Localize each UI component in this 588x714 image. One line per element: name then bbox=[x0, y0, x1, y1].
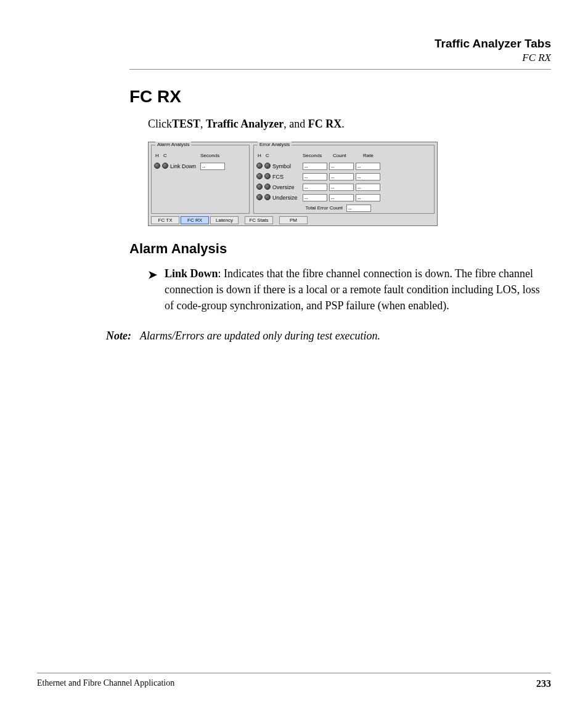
intro-paragraph: ClickTEST, Traffic Analyzer, and FC RX. bbox=[148, 118, 551, 131]
header-subtitle: FC RX bbox=[129, 52, 551, 64]
note-row: Note: Alarms/Errors are updated only dur… bbox=[106, 330, 551, 343]
error-rate-value: -- bbox=[356, 173, 380, 181]
bullet-lead: Link Down bbox=[165, 267, 218, 280]
led-icon bbox=[264, 184, 271, 190]
header-title: Traffic Analyzer Tabs bbox=[129, 37, 551, 51]
error-rate-value: -- bbox=[356, 194, 380, 201]
led-icon bbox=[256, 163, 263, 169]
led-icon bbox=[264, 194, 271, 200]
led-icon bbox=[256, 194, 263, 200]
error-head-seconds: Seconds bbox=[303, 153, 331, 158]
error-legend: Error Analysis bbox=[258, 142, 292, 147]
bullet-arrow-icon: ➤ bbox=[148, 266, 165, 314]
error-head-rate: Rate bbox=[363, 153, 391, 158]
led-icon bbox=[264, 163, 271, 169]
alarm-head-c: C bbox=[162, 153, 168, 158]
error-head-c: C bbox=[264, 153, 271, 158]
intro-fc-rx: FC RX bbox=[308, 118, 342, 130]
page-header: Traffic Analyzer Tabs FC RX bbox=[129, 37, 551, 70]
error-row-symbol: Symbol -- -- -- bbox=[256, 161, 431, 171]
alarm-head-h: H bbox=[154, 153, 160, 158]
led-icon bbox=[264, 173, 271, 179]
error-count-value: -- bbox=[329, 184, 354, 191]
error-label: Undersize bbox=[272, 195, 301, 201]
error-label: Symbol bbox=[272, 163, 301, 169]
ui-panel: Alarm Analysis H C Seconds Link Down -- bbox=[148, 142, 438, 226]
tab-fc-rx[interactable]: FC RX bbox=[181, 216, 209, 224]
subsection-title: Alarm Analysis bbox=[129, 241, 551, 257]
intro-sep2: , and bbox=[284, 118, 308, 130]
error-count-value: -- bbox=[329, 194, 354, 201]
led-icon bbox=[256, 184, 263, 190]
error-count-value: -- bbox=[329, 173, 354, 181]
alarm-legend: Alarm Analysis bbox=[155, 142, 191, 147]
error-head-h: H bbox=[256, 153, 263, 158]
tab-bar: FC TX FC RX Latency FC Stats PM bbox=[151, 216, 435, 224]
alarm-row-link-down: Link Down -- bbox=[154, 161, 247, 171]
tab-latency[interactable]: Latency bbox=[210, 216, 239, 224]
footer-left: Ethernet and Fibre Channel Application bbox=[37, 678, 174, 689]
alarm-head-seconds: Seconds bbox=[200, 153, 229, 158]
note-label: Note: bbox=[106, 330, 140, 343]
error-row-fcs: FCS -- -- -- bbox=[256, 171, 431, 182]
intro-post: . bbox=[341, 118, 345, 130]
error-analysis-group: Error Analysis H C Seconds Count Rate Sy… bbox=[253, 145, 435, 214]
total-error-value: -- bbox=[346, 205, 371, 212]
error-head-count: Count bbox=[333, 153, 361, 158]
total-error-row: Total Error Count -- bbox=[256, 203, 431, 213]
tab-fc-tx[interactable]: FC TX bbox=[151, 216, 179, 224]
error-row-oversize: Oversize -- -- -- bbox=[256, 182, 431, 192]
alarm-analysis-group: Alarm Analysis H C Seconds Link Down -- bbox=[151, 145, 250, 214]
tab-fc-stats[interactable]: FC Stats bbox=[245, 216, 273, 224]
error-label: FCS bbox=[272, 174, 301, 180]
page-footer: Ethernet and Fibre Channel Application 2… bbox=[37, 673, 551, 689]
total-error-label: Total Error Count bbox=[306, 205, 343, 211]
bullet-text: : Indicates that the fibre channel conne… bbox=[165, 267, 540, 312]
error-header-row: H C Seconds Count Rate bbox=[256, 150, 431, 161]
section-title: FC RX bbox=[129, 87, 551, 107]
intro-pre: Click bbox=[148, 118, 172, 130]
error-count-value: -- bbox=[329, 163, 354, 170]
error-seconds-value: -- bbox=[303, 194, 327, 201]
page-number: 233 bbox=[536, 678, 551, 689]
error-row-undersize: Undersize -- -- -- bbox=[256, 192, 431, 203]
alarm-seconds-value: -- bbox=[200, 163, 225, 170]
alarm-header-row: H C Seconds bbox=[154, 150, 247, 161]
error-seconds-value: -- bbox=[303, 163, 327, 170]
alarm-row-label: Link Down bbox=[170, 163, 198, 169]
tab-pm[interactable]: PM bbox=[279, 216, 308, 224]
error-label: Oversize bbox=[272, 184, 301, 190]
intro-traffic-analyzer: Traffic Analyzer bbox=[206, 118, 284, 130]
led-icon bbox=[256, 173, 263, 179]
intro-test: TEST bbox=[172, 118, 200, 130]
intro-sep1: , bbox=[200, 118, 206, 130]
led-icon bbox=[154, 163, 160, 169]
note-text: Alarms/Errors are updated only during te… bbox=[140, 330, 380, 343]
error-seconds-value: -- bbox=[303, 184, 327, 191]
bullet-link-down: ➤ Link Down: Indicates that the fibre ch… bbox=[148, 266, 551, 314]
error-rate-value: -- bbox=[356, 184, 380, 191]
error-seconds-value: -- bbox=[303, 173, 327, 181]
error-rate-value: -- bbox=[356, 163, 380, 170]
led-icon bbox=[162, 163, 168, 169]
